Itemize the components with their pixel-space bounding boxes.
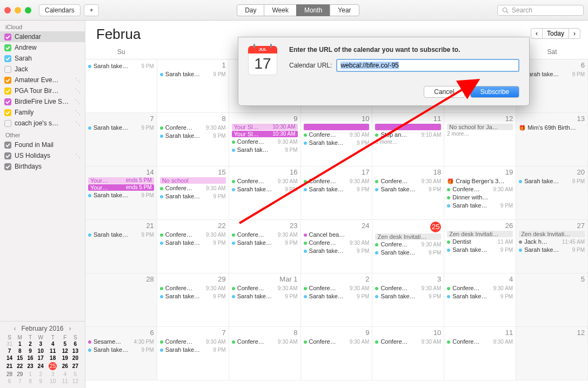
event[interactable]: Sarah take…9 PM [375, 249, 441, 257]
event[interactable]: Confere…9:30 AM [160, 338, 226, 346]
day-cell[interactable]: 5 [516, 273, 588, 327]
mini-day[interactable]: 9 [36, 378, 46, 385]
sidebar-item[interactable]: Sarah [0, 53, 85, 64]
day-cell[interactable]: 29Confere…9:30 AMSarah take…9 PM [157, 273, 229, 327]
event[interactable]: Sarah take…9 PM [447, 202, 513, 210]
event[interactable]: Sarah take…9 PM [88, 346, 154, 354]
checkbox-icon[interactable] [4, 66, 11, 73]
event[interactable]: Sarah take…9 PM [88, 231, 154, 239]
day-cell[interactable]: 13🎁Mim's 69th Birth… [516, 113, 588, 166]
mini-day[interactable]: 6 [70, 340, 81, 347]
mini-day[interactable]: 8 [15, 347, 25, 354]
sidebar-item[interactable]: Andrew [0, 42, 85, 53]
day-cell[interactable]: 7Confere…9:30 AMSarah take…9 PM [157, 327, 229, 380]
event[interactable]: Dinner with… [447, 193, 513, 202]
day-cell[interactable]: 15No schoolConfere…9:30 AMSarah take…9 P… [157, 166, 229, 220]
cancel-button[interactable]: Cancel [424, 86, 464, 98]
all-day-event[interactable]: Zen desk Invitati… [447, 231, 513, 237]
more-events[interactable]: 2 more… [447, 131, 513, 137]
mini-day[interactable]: 9 [25, 347, 35, 354]
event[interactable]: Sarah tak…9 PM [232, 146, 298, 154]
mini-day[interactable]: 5 [70, 371, 81, 378]
mini-day[interactable]: 15 [15, 354, 25, 362]
event[interactable]: Sarah take…9 PM [232, 292, 298, 300]
checkbox-icon[interactable] [4, 142, 11, 149]
mini-day[interactable]: 12 [70, 378, 81, 385]
event[interactable]: Confere…9:30 AM [375, 240, 441, 249]
sidebar-item[interactable]: Amateur Eve…⋰ [0, 75, 85, 85]
day-cell[interactable]: 7Sarah take…9 PM [85, 113, 157, 166]
sidebar-item[interactable]: BirdieFire Live S…⋰ [0, 96, 85, 107]
mini-day[interactable]: 19 [60, 354, 70, 362]
day-cell[interactable]: 2Confere…9:30 AMSarah take…9 PM [301, 273, 373, 327]
checkbox-icon[interactable] [4, 44, 11, 51]
mini-day[interactable]: 27 [70, 362, 81, 371]
all-day-event[interactable]: No school [160, 177, 226, 184]
mini-day[interactable]: 25 [46, 362, 60, 371]
sidebar-item[interactable]: coach joe's s…⋰ [0, 118, 85, 129]
mini-day[interactable]: 18 [46, 354, 60, 362]
event[interactable]: Sarah take…9 PM [88, 124, 154, 132]
event[interactable]: Cancel bea… [304, 231, 370, 239]
day-cell[interactable]: 8Confere…9:30 AM [229, 327, 301, 380]
mini-day[interactable]: 4 [60, 371, 70, 378]
sidebar-item[interactable]: Family⋰ [0, 107, 85, 118]
view-month[interactable]: Month [296, 4, 330, 16]
all-day-event[interactable]: Zen desk Invitati… [375, 233, 441, 240]
day-cell[interactable]: 9Your Sl…10:30 AMYour Sl…10:30 AMConfere… [229, 113, 301, 166]
event[interactable]: Confere…9:30 AM [304, 284, 370, 292]
event[interactable]: Sarah take…9 PM [304, 139, 370, 147]
mini-day[interactable]: 11 [46, 347, 60, 354]
mini-day[interactable]: 12 [60, 347, 70, 354]
search-input[interactable]: Search [497, 5, 584, 16]
sidebar-item[interactable]: Calendar [0, 31, 85, 42]
day-cell[interactable]: 27Zen desk Invitati…Jack h…11:45 AMSarah… [516, 220, 588, 273]
mini-day[interactable]: 7 [15, 378, 25, 385]
mini-next-icon[interactable]: › [69, 325, 71, 332]
event[interactable]: Dentist11 AM [447, 238, 513, 246]
next-button[interactable]: › [569, 28, 580, 39]
calendars-toggle-button[interactable]: Calendars [39, 4, 81, 16]
more-events[interactable]: 3 more… [375, 139, 441, 145]
event[interactable]: Sarah take…9 PM [160, 192, 226, 200]
zoom-icon[interactable] [25, 7, 31, 14]
mini-day[interactable]: 21 [4, 362, 15, 371]
mini-day[interactable]: 1 [25, 371, 35, 378]
event[interactable]: Sarah take…9 PM [304, 247, 370, 255]
event[interactable]: Sarah take…9 PM [88, 191, 154, 199]
view-week[interactable]: Week [264, 4, 296, 16]
day-cell[interactable]: 8Confere…9:30 AMSarah take…9 PM [157, 113, 229, 166]
event[interactable]: Jack h…11:45 AM [519, 238, 585, 246]
view-year[interactable]: Year [330, 4, 359, 16]
event[interactable]: Sesame…4:30 PM [88, 338, 154, 346]
day-cell[interactable]: 10 Confere…9:30 AMSarah take…9 PM [301, 113, 373, 166]
sidebar-item[interactable]: Found in Mail [0, 139, 85, 150]
all-day-event[interactable]: Your…ends 5 PM [88, 177, 154, 184]
sidebar-item[interactable]: US Holidays⋰ [0, 150, 85, 161]
mini-day[interactable]: 10 [36, 347, 46, 354]
day-cell[interactable]: 3Confere…9:30 AMSarah take…9 PM [372, 273, 444, 327]
day-cell[interactable]: 11Confere…9:30 AM [444, 327, 516, 380]
event[interactable]: Sarah take…9 PM [88, 62, 154, 70]
mini-day[interactable]: 13 [70, 347, 81, 354]
event[interactable]: Sarah take…9 PM [160, 239, 226, 247]
event[interactable]: Sarah take…9 PM [232, 185, 298, 193]
event[interactable]: Sarah take…9 PM [375, 185, 441, 193]
event[interactable]: Sarah take…9 PM [160, 292, 226, 300]
prev-button[interactable]: ‹ [531, 28, 543, 39]
sidebar-item[interactable]: Jack [0, 64, 85, 75]
checkbox-icon[interactable] [4, 77, 11, 84]
event[interactable]: Confere…9:30 AM [304, 131, 370, 139]
subscribe-button[interactable]: Subscribe [470, 86, 519, 98]
event[interactable]: Sarah take…9 PM [232, 239, 298, 247]
month-grid[interactable]: Sarah take…9 PM1Sarah take…9 PMSarah tak… [85, 59, 588, 380]
minimize-icon[interactable] [15, 7, 21, 14]
day-cell[interactable]: 6Sesame…4:30 PMSarah take…9 PM [85, 327, 157, 380]
day-cell[interactable]: 22Confere…9:30 AMSarah take…9 PM [157, 220, 229, 273]
mini-day[interactable]: 23 [25, 362, 35, 371]
event[interactable]: Confere…9:30 AM [304, 338, 370, 346]
day-cell[interactable]: 19🎁Craig Berger's 3…Confere…9:30 AMDinne… [444, 166, 516, 220]
event[interactable]: Confere…9:30 AM [160, 124, 226, 132]
all-day-event[interactable]: Zen desk Invitati… [519, 231, 585, 237]
all-day-event[interactable]: Your Sl…10:30 AM [232, 124, 298, 130]
